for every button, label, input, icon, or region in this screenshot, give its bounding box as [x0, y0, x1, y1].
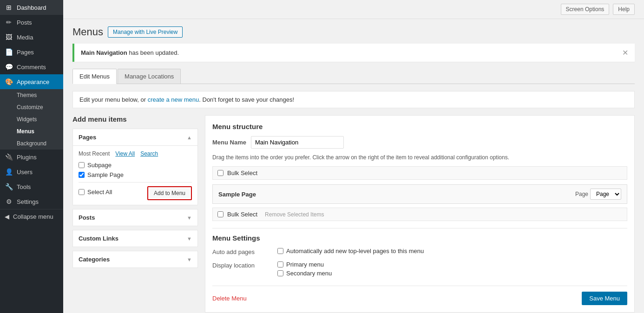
menu-settings-heading: Menu Settings — [212, 234, 627, 242]
sample-page-label[interactable]: Sample Page — [87, 171, 124, 178]
bulk-select-bottom-checkbox[interactable] — [217, 211, 223, 217]
sidebar-item-plugins[interactable]: 🔌 Plugins — [0, 150, 63, 164]
settings-icon: ⚙ — [5, 198, 13, 205]
pages-item-subpage: Subpage — [79, 162, 192, 169]
tools-icon: 🔧 — [5, 183, 13, 190]
top-bar: Screen Options Help — [63, 0, 644, 19]
primary-menu-checkbox[interactable] — [277, 261, 283, 267]
sidebar-item-posts[interactable]: ✏ Posts — [0, 15, 63, 30]
pages-accordion-body: Most Recent View All Search Subpage Samp… — [73, 145, 197, 205]
secondary-menu-label[interactable]: Secondary menu — [277, 270, 627, 277]
help-button[interactable]: Help — [613, 4, 635, 15]
posts-accordion: Posts ▼ — [72, 209, 198, 226]
menu-item-name: Sample Page — [218, 191, 256, 198]
remove-selected-link[interactable]: Remove Selected Items — [265, 211, 324, 218]
display-location-row: Display location Primary menu Secondary … — [212, 261, 627, 279]
tab-manage-locations[interactable]: Manage Locations — [118, 69, 181, 84]
notice-rest: has been updated. — [127, 49, 179, 56]
select-all-row: Select All — [79, 189, 112, 196]
posts-accordion-header[interactable]: Posts ▼ — [73, 209, 197, 226]
info-bar: Edit your menu below, or create a new me… — [72, 91, 635, 108]
two-col-layout: Add menu items Pages ▲ Most Recent View … — [72, 115, 635, 313]
menu-name-row: Menu Name — [212, 136, 627, 149]
sidebar-item-label: Posts — [17, 19, 32, 26]
menu-item-type-label: Page — [575, 191, 588, 197]
display-location-label: Display location — [212, 261, 268, 279]
pages-tabs: Most Recent View All Search — [79, 150, 192, 157]
pages-tab-most-recent[interactable]: Most Recent — [79, 150, 110, 157]
sidebar-item-pages[interactable]: 📄 Pages — [0, 45, 63, 59]
collapse-label: Collapse menu — [13, 213, 53, 220]
primary-menu-label[interactable]: Primary menu — [277, 261, 627, 268]
bulk-select-top-label[interactable]: Bulk Select — [227, 170, 257, 176]
categories-accordion-header[interactable]: Categories ▼ — [73, 251, 197, 267]
pages-accordion-header[interactable]: Pages ▲ — [73, 129, 197, 145]
sidebar-item-customize[interactable]: Customize — [0, 101, 63, 113]
notice-close-icon[interactable]: ✕ — [622, 48, 628, 57]
tab-edit-menus[interactable]: Edit Menus — [72, 69, 117, 84]
pages-item-sample: Sample Page — [79, 171, 192, 178]
auto-add-pages-row: Auto add pages Automatically add new top… — [212, 248, 627, 256]
sidebar-item-dashboard[interactable]: ⊞ Dashboard — [0, 0, 63, 15]
select-all-checkbox[interactable] — [79, 189, 85, 195]
top-bar-right: Screen Options Help — [561, 4, 635, 15]
select-all-label[interactable]: Select All — [87, 189, 112, 196]
screen-options-button[interactable]: Screen Options — [561, 4, 610, 15]
delete-menu-link[interactable]: Delete Menu — [212, 295, 247, 302]
sidebar-item-widgets[interactable]: Widgets — [0, 113, 63, 125]
sidebar-item-label: Media — [17, 34, 33, 41]
menu-settings-section: Menu Settings Auto add pages Automatical… — [212, 228, 627, 305]
secondary-menu-checkbox[interactable] — [277, 270, 283, 276]
sidebar-item-themes[interactable]: Themes — [0, 89, 63, 101]
create-new-menu-link[interactable]: create a new menu — [148, 96, 199, 103]
add-menu-items-panel: Add menu items Pages ▲ Most Recent View … — [72, 115, 198, 313]
info-text-after: . Don't forget to save your changes! — [199, 96, 294, 103]
menu-item-type: Page Page — [575, 189, 621, 200]
bottom-actions: Delete Menu Save Menu — [212, 286, 627, 305]
sidebar-item-label: Users — [17, 169, 33, 176]
sidebar-item-comments[interactable]: 💬 Comments — [0, 59, 63, 74]
sidebar-item-appearance[interactable]: 🎨 Appearance — [0, 74, 63, 89]
menu-item-sample-page: Sample Page Page Page — [212, 184, 627, 204]
sidebar-item-background[interactable]: Background — [0, 137, 63, 150]
categories-accordion: Categories ▼ — [72, 251, 198, 268]
plugins-icon: 🔌 — [5, 153, 13, 161]
subpage-checkbox[interactable] — [79, 162, 85, 168]
sidebar-item-media[interactable]: 🖼 Media — [0, 30, 63, 45]
pages-tab-search[interactable]: Search — [140, 150, 158, 157]
menu-name-input[interactable] — [251, 136, 344, 149]
bulk-select-bottom-label[interactable]: Bulk Select — [227, 211, 257, 218]
sidebar-item-menus[interactable]: Menus — [0, 125, 63, 137]
posts-accordion-label: Posts — [79, 214, 95, 221]
live-preview-button[interactable]: Manage with Live Preview — [108, 26, 183, 38]
sidebar-item-label: Pages — [17, 49, 34, 56]
sidebar-item-tools[interactable]: 🔧 Tools — [0, 179, 63, 194]
sidebar-item-label: Appearance — [17, 78, 49, 85]
custom-links-accordion-header[interactable]: Custom Links ▼ — [73, 230, 197, 247]
add-to-menu-highlight: Add to Menu — [147, 186, 192, 200]
auto-add-pages-checkbox[interactable] — [277, 248, 283, 254]
sidebar-item-users[interactable]: 👤 Users — [0, 164, 63, 179]
notice-text: Main Navigation has been updated. — [81, 49, 179, 56]
add-to-menu-button[interactable]: Add to Menu — [149, 188, 190, 198]
posts-accordion-chevron: ▼ — [187, 215, 192, 221]
sidebar: ⊞ Dashboard ✏ Posts 🖼 Media 📄 Pages 💬 Co… — [0, 0, 63, 313]
categories-label: Categories — [79, 256, 110, 263]
auto-add-pages-text: Automatically add new top-level pages to… — [286, 248, 424, 254]
custom-links-label: Custom Links — [79, 235, 118, 242]
bulk-select-bottom: Bulk Select Remove Selected Items — [212, 208, 627, 221]
notice-bold: Main Navigation — [81, 49, 127, 56]
menu-item-type-dropdown[interactable]: Page — [590, 189, 621, 200]
bulk-select-top-checkbox[interactable] — [217, 170, 223, 176]
save-menu-button[interactable]: Save Menu — [582, 292, 627, 305]
sidebar-item-settings[interactable]: ⚙ Settings — [0, 194, 63, 209]
pages-tab-view-all[interactable]: View All — [115, 150, 135, 157]
menu-structure-panel: Menu structure Menu Name Drag the items … — [205, 115, 635, 313]
info-text-before: Edit your menu below, or — [79, 96, 148, 103]
collapse-menu-button[interactable]: ◀ Collapse menu — [0, 209, 63, 224]
subpage-label[interactable]: Subpage — [87, 162, 112, 169]
sample-page-checkbox[interactable] — [79, 172, 85, 178]
display-location-value: Primary menu Secondary menu — [277, 261, 627, 279]
auto-add-pages-checkbox-label[interactable]: Automatically add new top-level pages to… — [277, 248, 627, 254]
secondary-menu-text: Secondary menu — [286, 270, 332, 277]
